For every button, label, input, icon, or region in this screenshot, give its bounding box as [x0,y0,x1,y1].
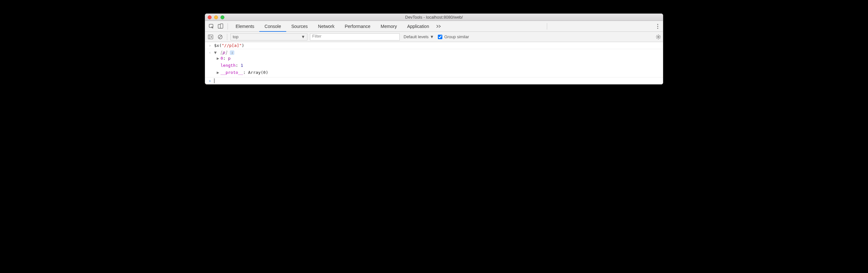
text-caret [214,78,214,83]
code-fn: $x [214,43,219,48]
svg-line-16 [660,38,660,38]
code-paren: ) [242,43,244,48]
svg-point-10 [658,36,659,37]
log-levels-label: Default levels [404,34,429,39]
svg-point-3 [657,24,658,25]
svg-line-18 [657,38,657,38]
svg-line-9 [219,35,222,38]
output-chevron-icon: › [208,50,212,55]
property-value: Array(0) [248,70,268,75]
bracket: [ [220,50,222,55]
filter-placeholder: Filter [312,34,321,38]
tab-network[interactable]: Network [313,21,339,32]
info-badge-icon[interactable]: i [230,50,234,55]
console-input-code: $x("//p[a]") [214,43,244,48]
tab-memory[interactable]: Memory [376,21,402,32]
console-prompt-row[interactable]: › [205,77,663,84]
inspect-element-icon[interactable] [207,23,216,29]
titlebar: DevTools - localhost:8080/web/ [205,14,663,21]
tree-row[interactable]: ▶__proto__: Array(0) [217,69,660,76]
tree-row[interactable]: length: 1 [217,62,660,69]
more-tabs-icon[interactable] [436,24,442,28]
console-input-row: › $x("//p[a]") [205,42,663,49]
disclosure-triangle-icon[interactable]: ▶ [217,69,220,76]
tab-application[interactable]: Application [402,21,434,32]
tree-row[interactable]: ▶0: p [217,55,660,62]
preview-item: p [222,50,225,55]
kebab-menu-icon[interactable] [654,24,661,29]
console-settings-icon[interactable] [656,34,661,39]
svg-line-15 [657,35,657,36]
colon: : [236,63,241,68]
svg-line-17 [660,35,660,36]
disclosure-triangle-icon[interactable]: ▶ [217,55,220,62]
group-similar-checkbox[interactable]: Group similar [438,34,469,39]
tab-console[interactable]: Console [259,21,286,32]
colon: : [223,56,228,61]
tab-performance[interactable]: Performance [339,21,375,32]
code-string: "//p[a]" [221,43,242,48]
execution-context-select[interactable]: top ▼ [230,33,307,40]
property-value: 1 [241,63,243,68]
panel-tabbar: ElementsConsoleSourcesNetworkPerformance… [205,21,663,32]
log-levels-select[interactable]: Default levels ▼ [402,34,435,39]
separator [227,34,227,40]
console-output-row: › ▼ [p] i ▶0: plength: 1▶__proto__: Arra… [205,49,663,77]
tab-sources[interactable]: Sources [286,21,313,32]
filter-input[interactable]: Filter [310,33,400,40]
property-key: __proto__ [220,70,243,75]
console-body: › $x("//p[a]") › ▼ [p] i ▶0: plength: 1▶… [205,42,663,84]
separator [227,23,228,30]
devtools-window: DevTools - localhost:8080/web/ ElementsC… [205,13,663,84]
tab-elements[interactable]: Elements [230,21,259,32]
prompt-chevron-icon: › [208,78,212,83]
clear-console-icon[interactable] [217,33,224,40]
property-key: length [220,63,236,68]
svg-point-5 [657,28,658,29]
object-tree: ▶0: plength: 1▶__proto__: Array(0) [208,55,660,76]
show-sidebar-icon[interactable] [207,33,214,40]
bracket: ] [225,50,227,55]
svg-rect-2 [220,24,223,28]
chevron-down-icon: ▼ [301,34,305,39]
device-toolbar-icon[interactable] [216,23,225,29]
property-key: 0 [220,56,223,61]
colon: : [243,70,248,75]
svg-point-4 [657,26,658,27]
array-preview[interactable]: [p] [220,50,227,55]
disclosure-triangle-icon[interactable]: ▼ [214,50,218,55]
chevron-down-icon: ▼ [430,34,434,39]
execution-context-value: top [233,34,239,39]
input-chevron-icon: › [208,43,212,48]
group-similar-label: Group similar [444,34,469,39]
separator [547,23,547,30]
group-similar-input[interactable] [438,35,442,39]
console-toolbar: top ▼ Filter Default levels ▼ Group simi… [205,32,663,42]
window-title: DevTools - localhost:8080/web/ [205,15,663,20]
property-value: p [228,56,230,61]
